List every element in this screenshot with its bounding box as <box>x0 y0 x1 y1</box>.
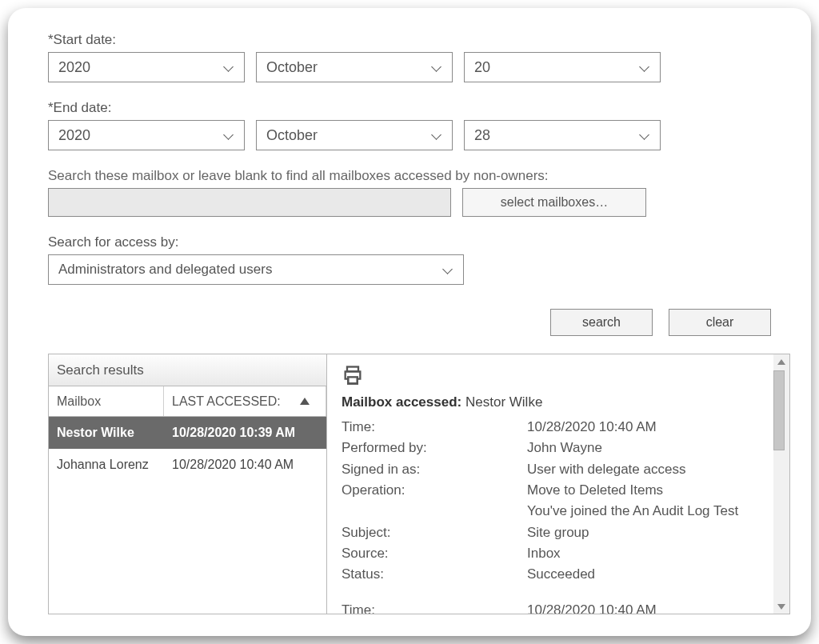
scroll-down-button[interactable] <box>775 599 788 612</box>
detail-key: Performed by: <box>342 438 527 458</box>
detail-value: John Wayne <box>527 438 759 458</box>
detail-value: User with delegate access <box>527 459 759 480</box>
detail-value: Succeeded <box>527 564 759 585</box>
svg-rect-1 <box>348 377 358 383</box>
scroll-track[interactable] <box>773 369 789 599</box>
detail-row: Signed in as:User with delegate access <box>342 459 759 480</box>
detail-row: Performed by:John Wayne <box>342 438 759 458</box>
row-mailbox: Johanna Lorenz <box>49 458 164 472</box>
detail-scrollbar <box>773 354 789 614</box>
results-detail-pane: Mailbox accessed: Nestor Wilke Time:10/2… <box>327 354 789 614</box>
detail-key: Subject: <box>342 522 527 543</box>
start-month-select[interactable]: October <box>256 52 453 82</box>
detail-extra-val: 10/28/2020 10:40 AM <box>527 600 759 614</box>
end-date-row: 2020 October 28 <box>48 120 771 150</box>
end-year-select[interactable]: 2020 <box>48 120 245 150</box>
results-column-headers: Mailbox LAST ACCESSED: <box>49 386 326 417</box>
detail-header: Mailbox accessed: Nestor Wilke <box>342 394 759 410</box>
end-month-value: October <box>266 127 318 144</box>
search-button[interactable]: search <box>550 309 653 336</box>
row-last-accessed: 10/28/2020 10:39 AM <box>164 426 326 440</box>
detail-key: Time: <box>342 417 527 438</box>
chevron-down-icon <box>639 130 650 141</box>
end-year-value: 2020 <box>58 127 90 144</box>
access-by-label: Search for access by: <box>48 234 771 250</box>
chevron-down-icon <box>639 62 650 73</box>
detail-value: Site group <box>527 522 759 543</box>
col-last-label: LAST ACCESSED: <box>172 394 281 409</box>
start-year-select[interactable]: 2020 <box>48 52 245 82</box>
chevron-down-icon <box>431 130 442 141</box>
col-mailbox-label: Mailbox <box>57 394 101 409</box>
start-date-label: *Start date: <box>48 32 771 48</box>
detail-value: Move to Deleted Items <box>527 480 759 501</box>
search-results: Search results Mailbox LAST ACCESSED: Ne… <box>48 354 790 614</box>
detail-value: Inbox <box>527 543 759 564</box>
col-last-accessed-header[interactable]: LAST ACCESSED: <box>164 386 326 416</box>
col-mailbox-header[interactable]: Mailbox <box>49 386 164 416</box>
detail-row: Source:Inbox <box>342 543 759 564</box>
scroll-thumb[interactable] <box>773 370 785 450</box>
start-day-value: 20 <box>474 59 490 76</box>
chevron-down-icon <box>223 62 234 73</box>
start-month-value: October <box>266 59 318 76</box>
detail-extra-row: Time: 10/28/2020 10:40 AM <box>342 600 759 614</box>
detail-key: Status: <box>342 564 527 585</box>
end-month-select[interactable]: October <box>256 120 453 150</box>
end-day-select[interactable]: 28 <box>464 120 661 150</box>
mailbox-input[interactable] <box>48 188 451 217</box>
sort-ascending-icon <box>300 398 310 405</box>
detail-row: Time:10/28/2020 10:40 AM <box>342 417 759 438</box>
detail-value: You've joined the An Audit Log Test <box>527 501 759 522</box>
detail-value: 10/28/2020 10:40 AM <box>527 417 759 438</box>
detail-row: Subject:Site group <box>342 522 759 543</box>
detail-body: Mailbox accessed: Nestor Wilke Time:10/2… <box>327 354 773 614</box>
admin-audit-search-panel: *Start date: 2020 October 20 *End date: … <box>8 8 811 636</box>
access-by-value: Administrators and delegated users <box>58 262 272 278</box>
detail-key <box>342 501 527 522</box>
results-title: Search results <box>49 354 326 386</box>
scroll-up-button[interactable] <box>775 356 788 369</box>
results-list-pane: Search results Mailbox LAST ACCESSED: Ne… <box>49 354 327 614</box>
detail-row: You've joined the An Audit Log Test <box>342 501 759 522</box>
start-year-value: 2020 <box>58 59 90 76</box>
row-mailbox: Nestor Wilke <box>49 426 164 440</box>
select-mailboxes-button[interactable]: select mailboxes… <box>462 188 646 217</box>
detail-header-label: Mailbox accessed: <box>342 394 461 410</box>
detail-fields: Time:10/28/2020 10:40 AMPerformed by:Joh… <box>342 417 759 586</box>
detail-key: Operation: <box>342 480 527 501</box>
detail-row: Status:Succeeded <box>342 564 759 585</box>
detail-key: Signed in as: <box>342 459 527 480</box>
results-list: Nestor Wilke10/28/2020 10:39 AMJohanna L… <box>49 417 326 614</box>
chevron-down-icon <box>223 130 234 141</box>
start-day-select[interactable]: 20 <box>464 52 661 82</box>
mailbox-picker-row: select mailboxes… <box>48 188 771 217</box>
start-date-row: 2020 October 20 <box>48 52 771 82</box>
detail-extra-key: Time: <box>342 600 527 614</box>
clear-button[interactable]: clear <box>669 309 771 336</box>
detail-row: Operation:Move to Deleted Items <box>342 480 759 501</box>
end-date-label: *End date: <box>48 100 771 116</box>
action-row: search clear <box>48 309 771 336</box>
chevron-down-icon <box>431 62 442 73</box>
chevron-down-icon <box>442 264 453 275</box>
detail-header-value: Nestor Wilke <box>465 394 542 410</box>
detail-key: Source: <box>342 543 527 564</box>
results-row[interactable]: Johanna Lorenz10/28/2020 10:40 AM <box>49 449 326 481</box>
access-by-select[interactable]: Administrators and delegated users <box>48 254 464 285</box>
results-row[interactable]: Nestor Wilke10/28/2020 10:39 AM <box>49 417 326 449</box>
row-last-accessed: 10/28/2020 10:40 AM <box>164 458 326 472</box>
end-day-value: 28 <box>474 127 490 144</box>
mailbox-hint: Search these mailbox or leave blank to f… <box>48 168 771 184</box>
print-icon[interactable] <box>342 364 364 386</box>
